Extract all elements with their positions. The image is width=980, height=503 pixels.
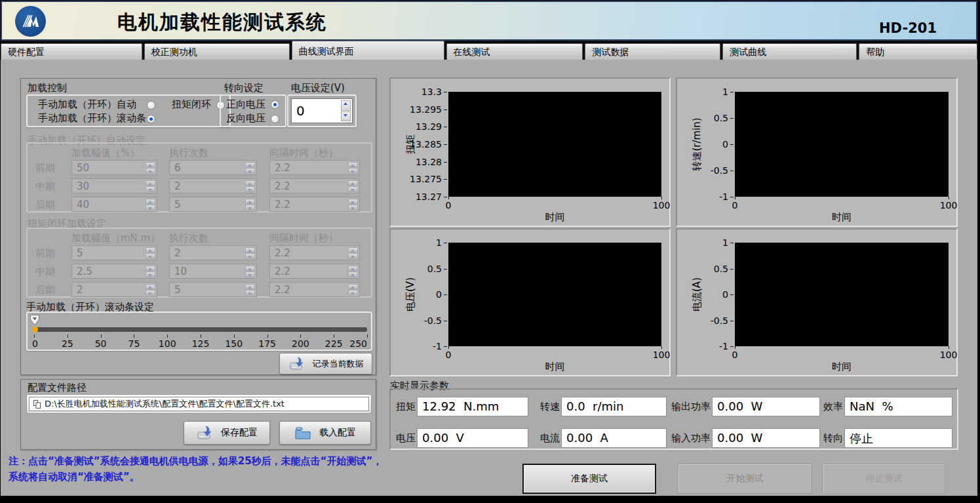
slider-tick-label: 125	[192, 338, 210, 349]
column-header: 执行次数	[169, 232, 208, 245]
realtime-value: 0.00 W	[712, 428, 820, 448]
spin-down-icon	[146, 253, 155, 258]
chart-plot	[448, 92, 661, 197]
spin-down-icon[interactable]	[341, 111, 351, 122]
realtime-value: 12.92 N.mm	[417, 397, 528, 416]
y-tick-mark	[730, 144, 734, 145]
spin-down-icon	[245, 272, 255, 277]
spin-down-icon	[348, 253, 358, 258]
tab-0[interactable]: 硬件配置	[1, 43, 142, 60]
numeric-field: 2.2	[269, 245, 360, 260]
spin-up-icon	[245, 284, 255, 289]
y-tick-mark	[444, 127, 447, 127]
spin-up-icon	[146, 162, 155, 167]
x-tick-label: 100	[653, 200, 671, 211]
record-data-button[interactable]: 记录当前数据	[279, 353, 372, 374]
slider-tick	[367, 334, 368, 338]
y-tick-mark	[444, 197, 447, 197]
voltage-value: 0	[296, 103, 305, 119]
x-tick-label: 100	[653, 350, 671, 360]
start-test-button: 开始测试	[678, 464, 812, 494]
y-tick-label: -1	[678, 341, 728, 352]
config-path-input[interactable]: D:\长胜电机加载性能测试系统\配置文件\配置文件\配置文件.txt	[29, 397, 369, 411]
tab-bar: 硬件配置校正测功机曲线测试界面在线测试测试数据测试曲线帮助	[1, 41, 977, 60]
numeric-field-value: 5	[174, 199, 181, 211]
slider-tick	[68, 334, 68, 338]
load-control-title: 加载控制	[28, 82, 67, 94]
tab-4[interactable]: 测试数据	[585, 43, 720, 60]
slider-fill-dot[interactable]	[32, 327, 38, 332]
tab-5[interactable]: 测试曲线	[722, 43, 857, 60]
load-config-button[interactable]: 载入配置	[279, 421, 371, 445]
y-tick-label: 13.28	[392, 157, 442, 167]
numeric-field-value: 2.2	[275, 199, 290, 211]
x-axis-label: 时间	[545, 211, 565, 224]
radio-forward-voltage[interactable]	[271, 100, 279, 109]
tab-6[interactable]: 帮助	[859, 43, 977, 60]
numeric-field: 6	[169, 160, 257, 175]
spinner-buttons	[348, 162, 358, 173]
x-tick-label: 0	[446, 350, 452, 360]
spin-down-icon	[146, 168, 155, 173]
spin-down-icon	[348, 205, 358, 210]
voltage-input[interactable]: 0	[291, 98, 353, 123]
spin-down-icon	[146, 290, 155, 295]
tab-2[interactable]: 曲线测试界面	[292, 41, 444, 60]
y-tick-mark	[444, 162, 447, 163]
chart-panel-2: 10.50-0.5-10100电压(V)时间	[389, 228, 671, 376]
path-icon	[33, 400, 41, 409]
numeric-field: 10	[169, 264, 257, 279]
x-tick-mark	[661, 346, 662, 349]
numeric-field: 5	[169, 282, 257, 297]
slider-track[interactable]	[34, 327, 367, 332]
radio-manual-auto[interactable]	[147, 101, 155, 110]
x-tick-mark	[661, 197, 662, 199]
spinner-buttons	[146, 162, 155, 173]
spin-up-icon	[146, 180, 155, 186]
row-label: 中期	[35, 180, 55, 193]
numeric-field: 2.5	[71, 264, 157, 279]
x-tick-mark	[949, 197, 949, 199]
save-config-button[interactable]: 保存配置	[184, 421, 270, 445]
y-tick-label: 13.27	[392, 191, 442, 202]
x-tick-mark	[448, 346, 449, 349]
spinner-buttons	[245, 284, 255, 295]
x-tick-label: 0	[446, 200, 452, 211]
row-label: 前期	[35, 162, 55, 174]
spin-up-icon	[146, 266, 155, 271]
chart-plot	[735, 243, 949, 346]
slider-tick	[201, 334, 201, 338]
realtime-box: 扭矩12.92 N.mm转速0.0 r/min输出功率0.00 W效率NaN %…	[389, 388, 958, 450]
slider-tick	[334, 334, 334, 338]
slider-tick-label: 0	[32, 338, 38, 349]
direction-title: 转向设定	[224, 82, 264, 94]
spin-up-icon	[245, 266, 255, 271]
prepare-test-button[interactable]: 准备测试	[522, 464, 656, 494]
y-tick-label: 0	[678, 139, 728, 150]
folder-open-icon	[294, 426, 311, 440]
chart-panel-3: 10.50-0.5-10100电流(A)时间	[676, 228, 958, 376]
y-tick-label: 0.5	[392, 264, 442, 274]
y-tick-mark	[730, 118, 734, 119]
tab-1[interactable]: 校正测功机	[144, 43, 290, 60]
direction-group: 正向电压 反向电压	[220, 94, 286, 127]
tab-3[interactable]: 在线测试	[446, 43, 583, 60]
spin-up-icon	[348, 266, 358, 271]
voltage-group: 0	[287, 94, 357, 127]
x-tick-mark	[735, 197, 735, 199]
spin-down-icon	[348, 290, 358, 295]
y-axis-label: 转速(r/min)	[691, 117, 703, 171]
y-tick-label: -1	[678, 191, 728, 202]
radio-label-forward: 正向电压	[226, 98, 265, 111]
radio-manual-scroll[interactable]	[147, 115, 155, 123]
radio-reverse-voltage[interactable]	[271, 115, 279, 123]
realtime-value: 0.00 W	[712, 397, 820, 416]
y-tick-label: 1	[392, 237, 442, 248]
numeric-field-value: 6	[174, 162, 181, 174]
spin-up-icon[interactable]	[341, 100, 351, 111]
note-text-line2: 系统将自动取消“准备测试”。	[9, 471, 140, 483]
spin-down-icon	[146, 272, 155, 277]
spinner-buttons	[146, 247, 155, 258]
save-config-label: 保存配置	[221, 427, 258, 439]
spin-down-icon	[146, 205, 155, 210]
